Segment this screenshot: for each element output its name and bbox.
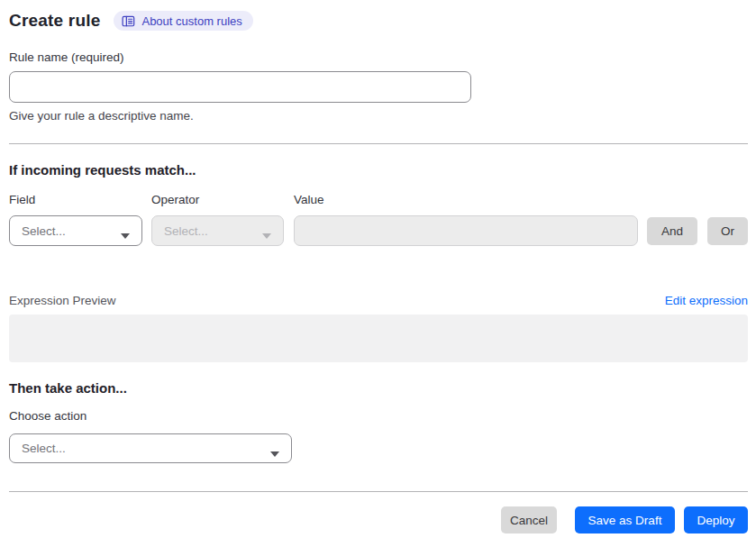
save-as-draft-button[interactable]: Save as Draft [575,506,675,533]
page-title: Create rule [9,11,100,31]
about-badge-label: About custom rules [141,14,241,28]
section-divider-top [9,143,748,144]
match-controls-row: Select... Select... And Or [9,215,748,246]
book-icon [122,14,135,28]
about-custom-rules-badge[interactable]: About custom rules [114,11,252,31]
choose-action-label: Choose action [9,409,748,423]
value-label: Value [294,193,748,206]
page-header: Create rule About custom rules [9,10,748,32]
expression-preview-row: Expression Preview Edit expression [9,294,748,307]
match-section-heading: If incoming requests match... [9,162,748,178]
choose-action-placeholder: Select... [22,442,66,455]
cancel-button[interactable]: Cancel [501,506,557,533]
expression-preview-box [9,315,748,362]
choose-action-select[interactable]: Select... [9,433,292,463]
field-select[interactable]: Select... [9,215,142,246]
field-label: Field [9,193,151,206]
operator-select: Select... [151,215,284,246]
field-select-placeholder: Select... [22,224,66,238]
rule-name-label: Rule name (required) [9,50,748,64]
chevron-down-icon [270,446,279,451]
footer-actions: Cancel Save as Draft Deploy [9,506,748,533]
create-rule-page: Create rule About custom rules Rule name… [0,0,756,538]
value-input [294,215,638,246]
chevron-down-icon [121,228,130,233]
action-section-heading: Then take action... [9,380,748,396]
match-labels-row: Field Operator Value [9,193,748,206]
or-button[interactable]: Or [707,217,748,245]
footer-divider [9,491,748,492]
rule-name-helper-text: Give your rule a descriptive name. [9,109,748,123]
operator-select-placeholder: Select... [164,224,208,238]
operator-label: Operator [151,193,294,206]
rule-name-input[interactable] [9,71,471,103]
chevron-down-icon [262,228,271,233]
and-button[interactable]: And [647,217,697,245]
deploy-button[interactable]: Deploy [684,506,748,533]
expression-preview-label: Expression Preview [9,294,116,307]
edit-expression-link[interactable]: Edit expression [665,294,748,307]
